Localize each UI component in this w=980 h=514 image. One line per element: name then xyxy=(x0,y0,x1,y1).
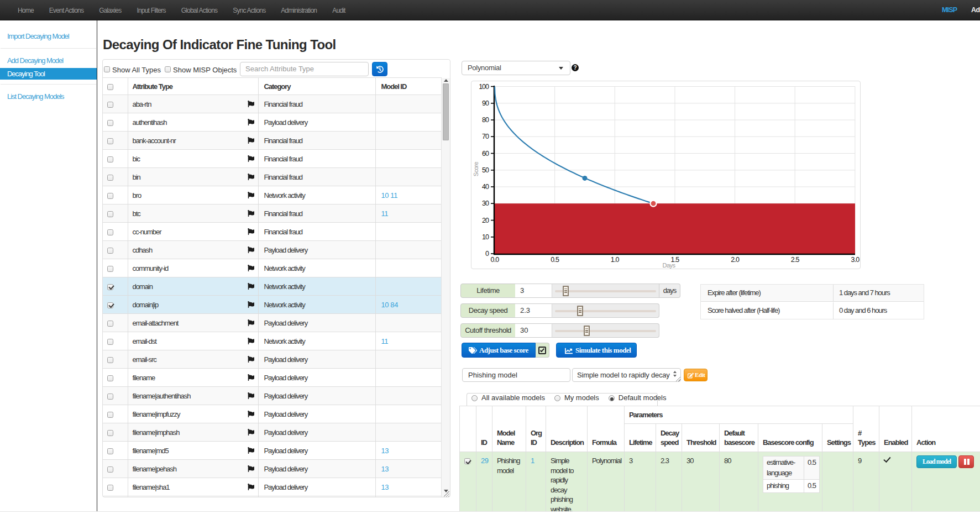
svg-text:80: 80 xyxy=(482,116,489,124)
svg-text:2.5: 2.5 xyxy=(791,256,800,264)
svg-text:20: 20 xyxy=(482,217,489,224)
svg-text:2.0: 2.0 xyxy=(731,256,740,264)
svg-text:Days: Days xyxy=(662,262,675,269)
svg-text:Score: Score xyxy=(473,162,479,177)
svg-text:100: 100 xyxy=(479,83,489,91)
svg-text:30: 30 xyxy=(482,200,489,207)
svg-text:50: 50 xyxy=(482,166,489,174)
svg-text:40: 40 xyxy=(482,183,489,191)
svg-text:10: 10 xyxy=(482,233,489,241)
svg-text:90: 90 xyxy=(482,99,489,107)
svg-text:0.0: 0.0 xyxy=(491,256,500,264)
svg-text:1.0: 1.0 xyxy=(611,256,620,264)
svg-text:0.5: 0.5 xyxy=(551,256,559,264)
svg-text:70: 70 xyxy=(482,133,489,140)
svg-text:0: 0 xyxy=(485,250,489,258)
svg-text:3.0: 3.0 xyxy=(851,256,860,264)
svg-text:60: 60 xyxy=(482,150,489,158)
